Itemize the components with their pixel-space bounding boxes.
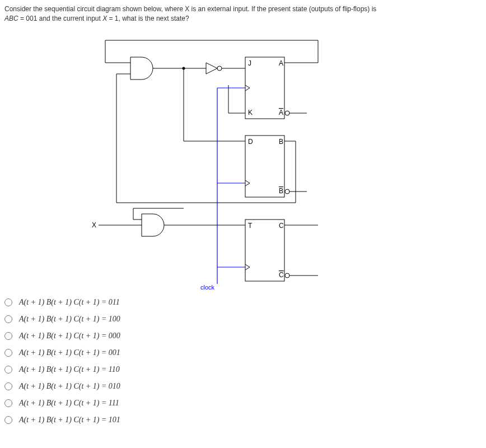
question-part1: Consider the sequential circuit diagram … xyxy=(4,5,376,13)
svg-point-5 xyxy=(285,273,289,278)
radio-option-0[interactable] xyxy=(4,298,12,306)
radio-option-2[interactable] xyxy=(4,332,12,340)
svg-point-1 xyxy=(285,111,289,115)
label-K: K xyxy=(248,109,253,116)
answer-option[interactable]: A(t + 1) B(t + 1) C(t + 1) = 100 xyxy=(4,315,482,324)
answer-option[interactable]: A(t + 1) B(t + 1) C(t + 1) = 001 xyxy=(4,348,482,357)
label-clock: clock xyxy=(200,284,215,291)
answer-option[interactable]: A(t + 1) B(t + 1) C(t + 1) = 000 xyxy=(4,332,482,340)
radio-option-1[interactable] xyxy=(4,315,12,323)
answer-text: A(t + 1) B(t + 1) C(t + 1) = 101 xyxy=(19,416,120,424)
label-A: A xyxy=(279,59,283,67)
diagram-svg: J A K A D B B T C C xyxy=(83,35,374,292)
label-B: B xyxy=(279,138,283,146)
eq-x: = 1 xyxy=(107,15,118,22)
radio-option-3[interactable] xyxy=(4,349,12,357)
answer-option[interactable]: A(t + 1) B(t + 1) C(t + 1) = 010 xyxy=(4,382,482,391)
radio-option-5[interactable] xyxy=(4,382,12,390)
answer-text: A(t + 1) B(t + 1) C(t + 1) = 000 xyxy=(19,332,120,340)
answer-option[interactable]: A(t + 1) B(t + 1) C(t + 1) = 111 xyxy=(4,399,482,408)
label-Bbar: B xyxy=(279,187,283,195)
answer-text: A(t + 1) B(t + 1) C(t + 1) = 111 xyxy=(19,399,119,408)
svg-point-3 xyxy=(285,189,289,194)
answer-option[interactable]: A(t + 1) B(t + 1) C(t + 1) = 011 xyxy=(4,298,482,307)
svg-point-21 xyxy=(217,66,222,71)
answer-list: A(t + 1) B(t + 1) C(t + 1) = 011 A(t + 1… xyxy=(4,298,482,424)
label-T: T xyxy=(248,222,253,230)
label-J: J xyxy=(248,59,251,67)
radio-option-6[interactable] xyxy=(4,399,12,407)
label-C: C xyxy=(279,222,284,230)
radio-option-7[interactable] xyxy=(4,416,12,424)
question-after: , what is the next state? xyxy=(119,15,189,22)
x-var: X xyxy=(102,15,107,22)
label-D: D xyxy=(248,138,253,146)
circuit-diagram: J A K A D B B T C C xyxy=(83,35,374,292)
answer-text: A(t + 1) B(t + 1) C(t + 1) = 010 xyxy=(19,382,120,391)
svg-marker-20 xyxy=(206,63,217,74)
label-Abar: A xyxy=(279,109,283,116)
label-X: X xyxy=(92,221,96,229)
answer-text: A(t + 1) B(t + 1) C(t + 1) = 110 xyxy=(19,365,120,374)
question-text: Consider the sequential circuit diagram … xyxy=(4,4,482,24)
abc: ABC xyxy=(4,15,18,22)
answer-text: A(t + 1) B(t + 1) C(t + 1) = 100 xyxy=(19,315,120,324)
eq001: = 001 xyxy=(18,15,38,22)
label-Cbar: C xyxy=(279,271,284,279)
answer-text: A(t + 1) B(t + 1) C(t + 1) = 001 xyxy=(19,348,120,357)
answer-text: A(t + 1) B(t + 1) C(t + 1) = 011 xyxy=(19,298,120,307)
answer-option[interactable]: A(t + 1) B(t + 1) C(t + 1) = 110 xyxy=(4,365,482,374)
answer-option[interactable]: A(t + 1) B(t + 1) C(t + 1) = 101 xyxy=(4,416,482,424)
radio-option-4[interactable] xyxy=(4,366,12,374)
question-mid: and the current input xyxy=(39,15,102,22)
